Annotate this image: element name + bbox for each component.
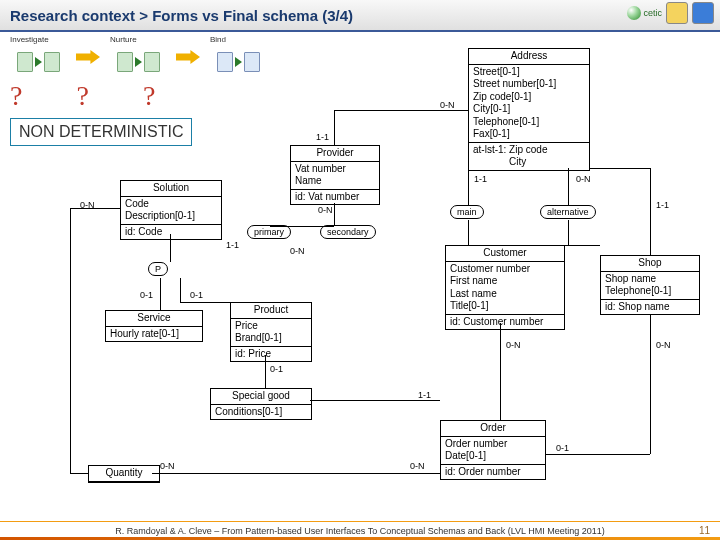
card: 0-N [576, 174, 591, 184]
slide-title: Research context > Forms vs Final schema… [10, 7, 353, 24]
entity-solution: Solution Code Description[0-1] id: Code [120, 180, 222, 240]
edge [568, 220, 569, 245]
edge [70, 473, 88, 474]
entity-attrs: Shop name Telephone[0-1] [601, 272, 699, 299]
attr: First name [450, 275, 560, 288]
attr: Customer number [450, 263, 560, 276]
page-number: 11 [699, 525, 710, 536]
id-line: City [473, 156, 585, 169]
entity-shop: Shop Shop name Telephone[0-1] id: Shop n… [600, 255, 700, 315]
entity-order: Order Order number Date[0-1] id: Order n… [440, 420, 546, 480]
edge [152, 473, 440, 474]
attr: Telephone[0-1] [605, 285, 695, 298]
entity-attrs: Customer number First name Last name Tit… [446, 262, 564, 314]
entity-id: id: Shop name [601, 299, 699, 315]
logo-strip: cetic [627, 2, 714, 24]
entity-attrs: Price Brand[0-1] [231, 319, 311, 346]
attr: Order number [445, 438, 541, 451]
edge [468, 168, 469, 206]
attr: Title[0-1] [450, 300, 560, 313]
partner-logo [692, 2, 714, 24]
attr: Date[0-1] [445, 450, 541, 463]
edge [270, 226, 334, 227]
entity-title: Service [106, 311, 202, 327]
edge [334, 203, 335, 226]
entity-title: Address [469, 49, 589, 65]
edge [500, 323, 501, 420]
attr: Fax[0-1] [473, 128, 585, 141]
edge [180, 278, 181, 302]
footer-text: R. Ramdoyal & A. Cleve – From Pattern-ba… [0, 526, 720, 536]
entity-attrs: Street[0-1] Street number[0-1] Zip code[… [469, 65, 589, 142]
card: 0-N [290, 246, 305, 256]
entity-attrs: Vat number Name [291, 162, 379, 189]
attr: Telephone[0-1] [473, 116, 585, 129]
entity-title: Special good [211, 389, 311, 405]
entity-id: id: Price [231, 346, 311, 362]
attr: Name [295, 175, 375, 188]
card: 1-1 [316, 132, 329, 142]
edge [540, 245, 600, 246]
rel-alternative: alternative [540, 205, 596, 219]
entity-id: id: Vat number [291, 189, 379, 205]
attr: Street[0-1] [473, 66, 585, 79]
attr: City[0-1] [473, 103, 585, 116]
rel-primary: primary [247, 225, 291, 239]
card: 0-N [656, 340, 671, 350]
entity-provider: Provider Vat number Name id: Vat number [290, 145, 380, 205]
attr: Price [235, 320, 307, 333]
entity-customer: Customer Customer number First name Last… [445, 245, 565, 330]
card: 1-1 [474, 174, 487, 184]
attr: Last name [450, 288, 560, 301]
id-line: at-lst-1: Zip code [473, 144, 585, 157]
entity-title: Quantity [89, 466, 159, 482]
edge [334, 110, 468, 111]
card: 0-1 [140, 290, 153, 300]
edge [310, 400, 440, 401]
entity-title: Product [231, 303, 311, 319]
univ-logo [666, 2, 688, 24]
attr: Brand[0-1] [235, 332, 307, 345]
card: 0-N [160, 461, 175, 471]
card: 0-1 [270, 364, 283, 374]
edge [70, 208, 71, 473]
entity-title: Solution [121, 181, 221, 197]
cetic-logo: cetic [627, 2, 662, 24]
card: 1-1 [656, 200, 669, 210]
entity-id: at-lst-1: Zip code City [469, 142, 589, 170]
card: 0-N [318, 205, 333, 215]
entity-service: Service Hourly rate[0-1] [105, 310, 203, 342]
edge [546, 454, 650, 455]
title-bar: Research context > Forms vs Final schema… [0, 0, 720, 32]
entity-address: Address Street[0-1] Street number[0-1] Z… [468, 48, 590, 171]
logo-text: cetic [643, 8, 662, 18]
edge [568, 168, 569, 206]
edge [160, 278, 161, 310]
edge [180, 302, 240, 303]
edge [70, 208, 120, 209]
attr: Zip code[0-1] [473, 91, 585, 104]
edge [650, 168, 651, 256]
entity-id: id: Customer number [446, 314, 564, 330]
card: 1-1 [418, 390, 431, 400]
entity-title: Provider [291, 146, 379, 162]
globe-icon [627, 6, 641, 20]
edge [170, 234, 171, 262]
edge [650, 314, 651, 454]
card: 0-N [410, 461, 425, 471]
edge [334, 110, 335, 145]
attr: Vat number [295, 163, 375, 176]
entity-specialgood: Special good Conditions[0-1] [210, 388, 312, 420]
entity-title: Order [441, 421, 545, 437]
entity-title: Customer [446, 246, 564, 262]
edge [265, 355, 266, 388]
card: 0-1 [556, 443, 569, 453]
attr: Street number[0-1] [473, 78, 585, 91]
entity-product: Product Price Brand[0-1] id: Price [230, 302, 312, 362]
entity-attrs: Code Description[0-1] [121, 197, 221, 224]
entity-title: Shop [601, 256, 699, 272]
card: 1-1 [226, 240, 239, 250]
entity-attrs: Conditions[0-1] [211, 405, 311, 420]
edge [468, 220, 469, 245]
rel-p: P [148, 262, 168, 276]
